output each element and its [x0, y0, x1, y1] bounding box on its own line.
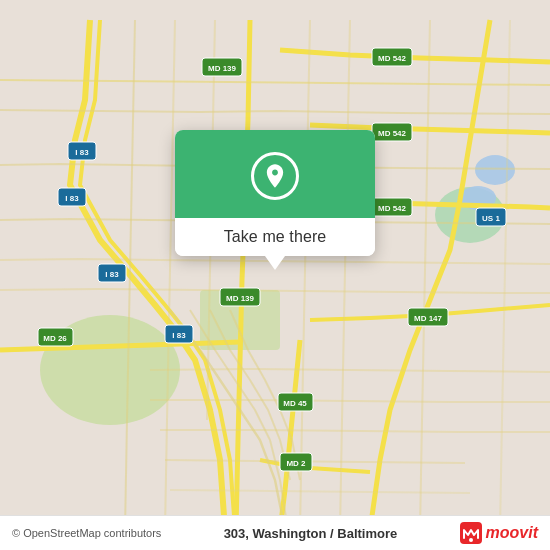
map-background: I 83 I 83 I 83 I 83 MD 139 MD 139 MD 542…	[0, 0, 550, 550]
svg-text:MD 139: MD 139	[208, 64, 237, 73]
moovit-icon	[460, 522, 482, 544]
take-me-there-button[interactable]: Take me there	[224, 228, 327, 246]
svg-point-4	[475, 155, 515, 185]
location-label: 303, Washington / Baltimore	[224, 526, 398, 541]
svg-text:MD 2: MD 2	[286, 459, 306, 468]
svg-text:MD 45: MD 45	[283, 399, 307, 408]
location-icon-circle	[251, 152, 299, 200]
svg-point-35	[469, 538, 473, 542]
osm-attribution: © OpenStreetMap contributors	[12, 527, 161, 539]
popup-tail	[265, 256, 285, 270]
moovit-brand-text: moovit	[486, 524, 538, 542]
popup-green-header	[175, 130, 375, 218]
svg-text:MD 26: MD 26	[43, 334, 67, 343]
svg-text:I 83: I 83	[105, 270, 119, 279]
svg-text:I 83: I 83	[65, 194, 79, 203]
svg-text:I 83: I 83	[172, 331, 186, 340]
map-container: I 83 I 83 I 83 I 83 MD 139 MD 139 MD 542…	[0, 0, 550, 550]
bottom-bar: © OpenStreetMap contributors 303, Washin…	[0, 515, 550, 550]
popup-label-area[interactable]: Take me there	[175, 218, 375, 256]
location-label-text: 303, Washington / Baltimore	[224, 526, 398, 541]
svg-text:US 1: US 1	[482, 214, 500, 223]
svg-text:MD 147: MD 147	[414, 314, 443, 323]
svg-text:MD 542: MD 542	[378, 129, 407, 138]
moovit-logo: moovit	[460, 522, 538, 544]
svg-text:MD 542: MD 542	[378, 54, 407, 63]
location-pin-icon	[261, 162, 289, 190]
svg-text:MD 542: MD 542	[378, 204, 407, 213]
popup-card[interactable]: Take me there	[175, 130, 375, 256]
svg-text:MD 139: MD 139	[226, 294, 255, 303]
svg-text:I 83: I 83	[75, 148, 89, 157]
